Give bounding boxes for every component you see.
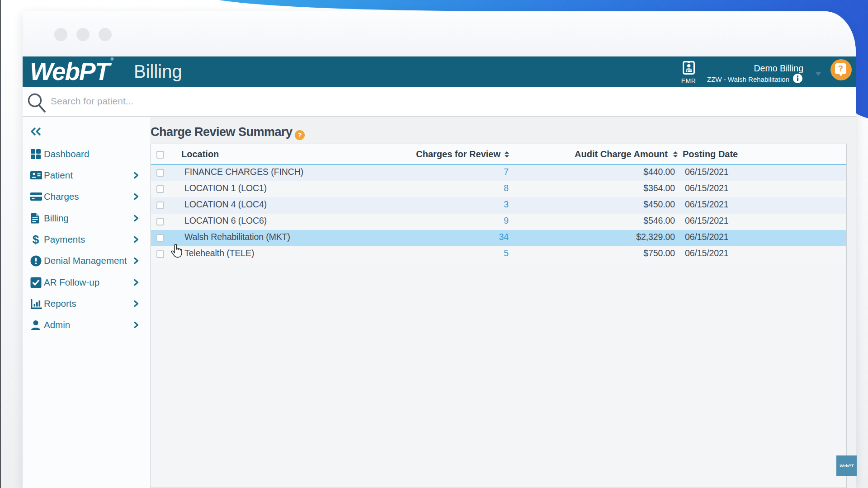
svg-text:$: $ [33,234,39,246]
